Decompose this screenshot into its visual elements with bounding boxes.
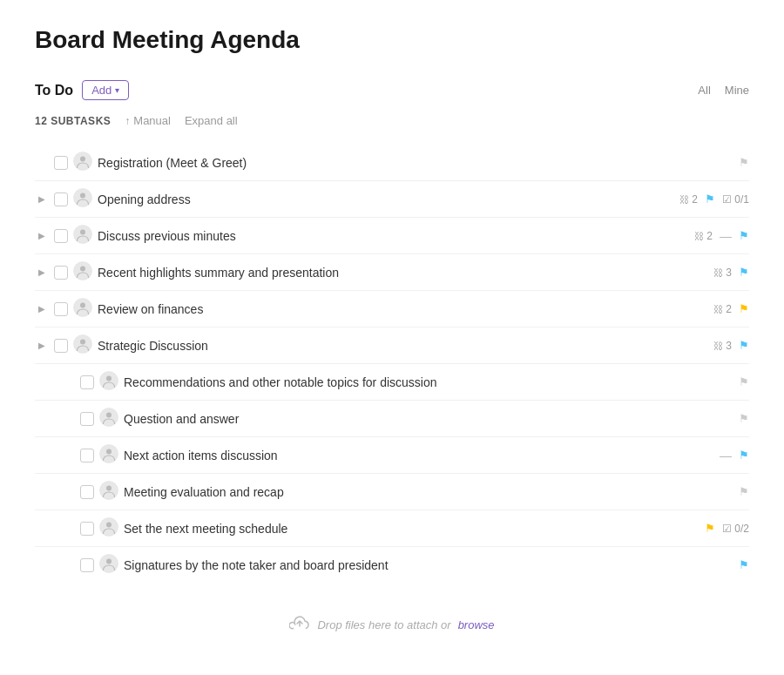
task-item: ▶ Next action items discussion—⚑ (35, 437, 749, 474)
task-item: ▶ Meeting evaluation and recap⚑ (35, 474, 749, 510)
task-meta: ⚑ (739, 558, 749, 571)
subtask-count: ⛓ 2 (694, 230, 713, 242)
svg-point-19 (106, 486, 112, 491)
avatar (73, 334, 92, 356)
avatar (73, 298, 92, 320)
svg-point-1 (80, 157, 85, 162)
checkbox-meta: ☑ 0/2 (722, 523, 749, 535)
svg-point-17 (106, 449, 112, 455)
avatar (73, 261, 92, 283)
avatar (99, 444, 118, 466)
subtask-count: ⛓ 2 (679, 193, 698, 206)
section-title: To Do (35, 83, 73, 98)
task-checkbox[interactable] (80, 558, 94, 572)
drop-zone: Drop files here to attach or browse (35, 600, 749, 650)
avatar (99, 554, 118, 576)
subtask-link-icon: ⛓ (713, 341, 723, 351)
upload-cloud-icon (289, 614, 310, 636)
task-checkbox[interactable] (80, 485, 94, 499)
task-name: Set the next meeting schedule (124, 522, 700, 536)
flag-icon: ⚑ (739, 156, 749, 169)
flag-icon: ⚑ (739, 449, 749, 462)
svg-point-9 (80, 303, 85, 308)
expand-button[interactable]: ▶ (35, 192, 49, 206)
task-checkbox[interactable] (54, 229, 68, 243)
flag-icon: ⚑ (705, 192, 715, 206)
task-name: Recent highlights summary and presentati… (98, 266, 708, 280)
section-left: To Do Add ▾ (35, 80, 129, 100)
subtask-link-icon: ⛓ (694, 231, 704, 241)
svg-point-23 (106, 559, 112, 564)
svg-point-21 (106, 523, 112, 528)
subtask-count: ⛓ 2 (713, 303, 732, 315)
add-button[interactable]: Add ▾ (82, 80, 129, 100)
task-checkbox[interactable] (54, 339, 68, 353)
browse-link[interactable]: browse (458, 618, 495, 631)
task-checkbox[interactable] (80, 375, 94, 389)
filter-mine[interactable]: Mine (725, 84, 749, 97)
task-meta: ⚑ (739, 375, 749, 388)
expand-button[interactable]: ▶ (35, 266, 49, 280)
task-checkbox[interactable] (80, 522, 94, 536)
task-checkbox[interactable] (54, 192, 68, 206)
task-name: Opening address (98, 192, 674, 206)
task-checkbox[interactable] (80, 449, 94, 462)
avatar (73, 152, 92, 173)
task-item: ▶ Signatures by the note taker and board… (35, 547, 749, 583)
dash-icon: — (720, 229, 732, 243)
task-meta: —⚑ (720, 449, 749, 462)
flag-icon: ⚑ (739, 302, 749, 315)
task-name: Discuss previous minutes (98, 229, 689, 243)
avatar (99, 408, 118, 429)
task-checkbox[interactable] (80, 412, 94, 426)
avatar (73, 225, 92, 246)
task-item: ▶ Question and answer⚑ (35, 401, 749, 437)
task-checkbox[interactable] (54, 156, 68, 170)
flag-icon: ⚑ (739, 266, 749, 279)
expand-button[interactable]: ▶ (35, 302, 49, 316)
checkbox-meta: ☑ 0/1 (722, 193, 749, 206)
task-meta: ⛓ 3⚑ (713, 266, 749, 279)
flag-icon: ⚑ (739, 412, 749, 425)
filter-all[interactable]: All (698, 84, 710, 97)
task-list: ▶ Registration (Meet & Greet)⚑▶ Opening … (35, 145, 749, 583)
drop-zone-text: Drop files here to attach or (317, 618, 450, 631)
subtask-count: ⛓ 3 (713, 267, 732, 279)
task-meta: ⛓ 2⚑ (713, 302, 749, 315)
expand-all-button[interactable]: Expand all (185, 114, 238, 127)
expand-button[interactable]: ▶ (35, 229, 49, 243)
task-meta: ⛓ 2—⚑ (694, 229, 749, 243)
task-checkbox[interactable] (54, 302, 68, 316)
chevron-down-icon: ▾ (115, 85, 119, 95)
flag-icon: ⚑ (705, 522, 715, 535)
task-meta: ⚑ (739, 156, 749, 169)
subtask-count: ⛓ 3 (713, 340, 732, 352)
task-meta: ⚑ (739, 412, 749, 425)
expand-button[interactable]: ▶ (35, 339, 49, 353)
avatar (99, 517, 118, 539)
subtask-link-icon: ⛓ (713, 267, 723, 278)
add-label: Add (91, 84, 112, 97)
flag-icon: ⚑ (739, 558, 749, 571)
task-item: ▶ Set the next meeting schedule⚑☑ 0/2 (35, 510, 749, 547)
svg-point-13 (106, 376, 112, 381)
sort-manual[interactable]: ↑ Manual (125, 114, 171, 127)
section-header: To Do Add ▾ All Mine (35, 80, 749, 100)
task-item: ▶ Review on finances⛓ 2⚑ (35, 291, 749, 327)
svg-point-3 (80, 193, 85, 199)
page-title: Board Meeting Agenda (35, 26, 749, 54)
task-item: ▶ Recommendations and other notable topi… (35, 364, 749, 401)
svg-point-5 (80, 230, 85, 235)
task-meta: ⛓ 2⚑☑ 0/1 (679, 192, 749, 206)
task-name: Registration (Meet & Greet) (98, 156, 733, 170)
flag-icon: ⚑ (739, 485, 749, 498)
task-meta: ⚑ (739, 485, 749, 498)
task-name: Question and answer (124, 412, 733, 426)
subtask-link-icon: ⛓ (679, 194, 689, 205)
svg-point-15 (106, 413, 112, 418)
task-name: Recommendations and other notable topics… (124, 375, 733, 389)
task-name: Signatures by the note taker and board p… (124, 558, 733, 572)
task-name: Meeting evaluation and recap (124, 485, 733, 499)
task-checkbox[interactable] (54, 266, 68, 280)
section-right: All Mine (698, 84, 749, 97)
